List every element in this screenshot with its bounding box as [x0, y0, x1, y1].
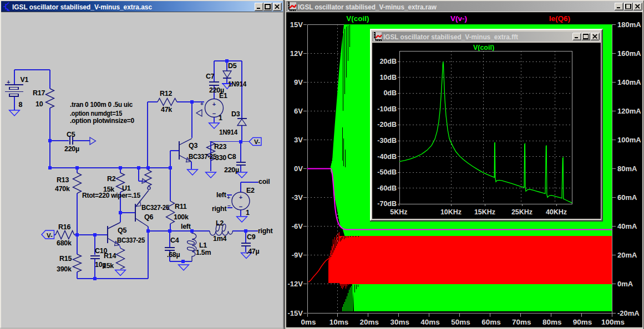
svg-text:8: 8: [19, 101, 23, 109]
svg-text:BC327-25: BC327-25: [141, 204, 169, 212]
svg-text:100ms: 100ms: [601, 318, 625, 326]
svg-text:90ms: 90ms: [573, 318, 592, 326]
svg-text:R11: R11: [175, 203, 187, 210]
svg-text:1m4: 1m4: [213, 235, 226, 243]
svg-text:Ie(Q6): Ie(Q6): [549, 14, 570, 23]
svg-text:60ms: 60ms: [481, 318, 501, 326]
svg-text:0mA: 0mA: [617, 280, 633, 288]
svg-text:C4: C4: [170, 237, 179, 244]
svg-text:R16: R16: [58, 223, 70, 231]
svg-text:V-: V-: [47, 232, 53, 239]
svg-text:-10dB: -10dB: [377, 105, 397, 113]
svg-text:V(coil): V(coil): [346, 14, 369, 23]
svg-text:C7: C7: [206, 73, 215, 80]
svg-text:C9: C9: [247, 233, 256, 241]
svg-text:5KHz: 5KHz: [390, 208, 407, 216]
svg-text:L2: L2: [216, 219, 224, 227]
svg-text:BC337-25: BC337-25: [189, 153, 216, 161]
svg-text:.option numdgt=15: .option numdgt=15: [70, 110, 122, 117]
svg-text:-20dB: -20dB: [377, 121, 397, 128]
svg-text:-3V: -3V: [292, 193, 303, 202]
svg-text:15KHz: 15KHz: [474, 208, 495, 216]
svg-text:right: right: [212, 205, 227, 213]
svg-text:V1: V1: [21, 76, 29, 84]
svg-text:U1: U1: [122, 184, 131, 192]
svg-text:R17: R17: [33, 89, 45, 97]
svg-text:-70dB: -70dB: [377, 200, 397, 208]
svg-text:R13: R13: [57, 176, 69, 184]
svg-text:R15: R15: [59, 255, 72, 263]
svg-text:0V: 0V: [294, 164, 303, 173]
svg-text:47k: 47k: [161, 106, 172, 114]
svg-text:C8: C8: [227, 153, 236, 161]
svg-text:180mA: 180mA: [617, 20, 641, 29]
svg-text:IGSL oscillator stabilised_V-m: IGSL oscillator stabilised_V-minus_extra…: [298, 3, 437, 11]
svg-text:E2: E2: [246, 187, 255, 194]
svg-text:Q5: Q5: [118, 227, 126, 234]
svg-text:−: −: [212, 110, 216, 117]
svg-text:10KHz: 10KHz: [440, 208, 462, 216]
svg-text:D3: D3: [231, 110, 240, 118]
svg-text:390k: 390k: [57, 265, 72, 273]
svg-text:220µ: 220µ: [64, 145, 79, 153]
svg-text:+: +: [200, 101, 204, 107]
svg-text:100k: 100k: [174, 213, 189, 221]
svg-text:40ms: 40ms: [420, 318, 440, 326]
svg-text:9V: 9V: [294, 78, 303, 86]
svg-text:20mA: 20mA: [617, 251, 637, 259]
svg-text:470k: 470k: [55, 185, 70, 193]
svg-text:40mA: 40mA: [617, 222, 637, 230]
svg-text:1: 1: [246, 209, 250, 217]
svg-text:120mA: 120mA: [617, 107, 641, 115]
svg-text:V-: V-: [254, 138, 260, 145]
svg-text:R23: R23: [214, 143, 226, 151]
svg-text:15V: 15V: [290, 20, 303, 29]
svg-text:-6V: -6V: [292, 222, 303, 230]
svg-text:12V: 12V: [290, 49, 303, 58]
svg-text:20ms: 20ms: [360, 318, 379, 326]
svg-text:+: +: [239, 194, 242, 201]
svg-text:140mA: 140mA: [617, 78, 641, 86]
svg-text:6V: 6V: [294, 107, 303, 115]
svg-text:.47µ: .47µ: [246, 248, 259, 255]
svg-text:0dB: 0dB: [383, 89, 397, 97]
svg-text:1N914: 1N914: [219, 128, 237, 136]
svg-text:330: 330: [215, 154, 226, 162]
svg-text:.68µ: .68µ: [167, 251, 180, 259]
svg-text:IGSL oscillator stabilised_V-m: IGSL oscillator stabilised_V-minus_extra…: [12, 3, 152, 11]
svg-text:.tran 0 100m 0 .5u uic: .tran 0 100m 0 .5u uic: [70, 101, 133, 109]
svg-text:80mA: 80mA: [617, 164, 637, 173]
svg-text:−: −: [227, 203, 231, 209]
svg-text:+: +: [7, 79, 10, 85]
svg-text:C5: C5: [67, 131, 75, 138]
svg-text:−: −: [239, 203, 242, 210]
svg-text:10dB: 10dB: [379, 74, 397, 81]
svg-text:left: left: [181, 223, 191, 230]
svg-text:1N914: 1N914: [228, 80, 246, 88]
svg-text:.option plotwinsize=0: .option plotwinsize=0: [70, 117, 134, 125]
svg-text:40KHz: 40KHz: [546, 208, 567, 216]
svg-text:R12: R12: [160, 90, 172, 97]
svg-text:R14: R14: [104, 252, 116, 260]
svg-text:V(v-): V(v-): [450, 14, 467, 23]
svg-text:30ms: 30ms: [390, 318, 409, 326]
svg-text:BC337-25: BC337-25: [117, 237, 145, 244]
svg-text:E1: E1: [219, 92, 227, 100]
svg-text:R2: R2: [107, 175, 116, 183]
svg-text:+: +: [212, 101, 216, 107]
svg-text:680k: 680k: [57, 239, 72, 247]
svg-text:80ms: 80ms: [542, 318, 562, 326]
svg-text:-20mA: -20mA: [617, 309, 640, 317]
svg-text:-30dB: -30dB: [377, 137, 397, 145]
svg-text:1.5m: 1.5m: [196, 249, 211, 256]
svg-text:10: 10: [36, 100, 43, 108]
svg-text:10ms: 10ms: [329, 318, 349, 326]
svg-text:20dB: 20dB: [379, 58, 397, 65]
svg-text:-9V: -9V: [292, 251, 303, 259]
svg-text:50ms: 50ms: [451, 318, 470, 326]
svg-text:60mA: 60mA: [617, 193, 637, 202]
svg-text:coil: coil: [258, 178, 270, 186]
svg-text:160mA: 160mA: [617, 49, 641, 58]
svg-text:-15V: -15V: [288, 309, 303, 317]
svg-text:70ms: 70ms: [512, 318, 531, 326]
